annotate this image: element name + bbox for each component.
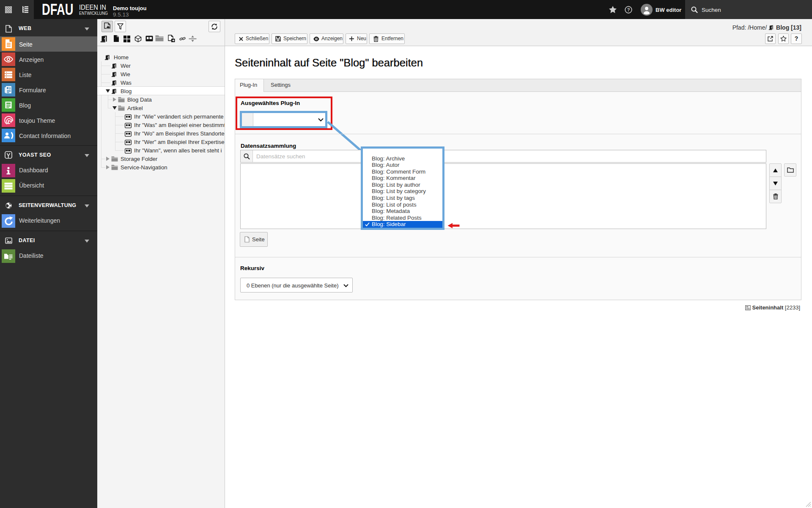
svg-text:?: ? (627, 7, 630, 12)
